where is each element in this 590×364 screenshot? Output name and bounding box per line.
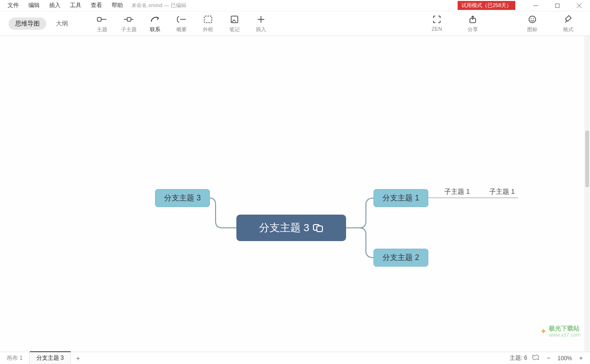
menu-edit[interactable]: 编辑 <box>24 0 44 11</box>
tab-mindmap[interactable]: 思维导图 <box>9 17 46 30</box>
tool-zen-label: ZEN <box>432 26 442 32</box>
zen-icon <box>433 14 441 25</box>
menu-help[interactable]: 帮助 <box>107 0 128 11</box>
tool-summary[interactable]: 概要 <box>168 14 195 33</box>
svg-point-16 <box>529 16 536 23</box>
topic-count: 主题: 6 <box>510 354 527 362</box>
tool-share-label: 分享 <box>468 26 478 33</box>
watermark-site: www.xz7.com <box>549 332 581 338</box>
topic-icon <box>97 14 107 25</box>
tool-note-label: 笔记 <box>229 26 240 33</box>
toolbar: 思维导图 大纲 主题 子主题 联系 概要 外框 笔记 插入 <box>0 11 590 36</box>
note-icon <box>230 14 239 25</box>
tool-group-main: 主题 子主题 联系 概要 外框 笔记 插入 <box>89 14 274 33</box>
relationship-icon <box>150 14 160 25</box>
menu-insert[interactable]: 插入 <box>44 0 65 11</box>
svg-rect-4 <box>97 17 101 21</box>
insert-icon <box>257 14 265 25</box>
tool-icons-label: 图标 <box>527 26 538 33</box>
tool-insert-label: 插入 <box>256 26 266 33</box>
map-overview-icon[interactable] <box>532 354 539 363</box>
tool-format-label: 格式 <box>563 26 573 33</box>
watermark: ✦ 极光下载站 www.xz7.com <box>540 325 581 338</box>
close-button[interactable] <box>568 0 590 11</box>
node-subtopic-1b[interactable]: 子主题 1 <box>489 188 515 196</box>
titlebar: 文件 编辑 插入 工具 查看 帮助 未命名.xmind — 已编辑 试用模式（已… <box>0 0 590 11</box>
svg-rect-21 <box>317 226 322 232</box>
node-branch-1[interactable]: 分支主题 1 <box>373 189 428 207</box>
tool-group-right: ZEN 分享 图标 格式 <box>424 14 581 33</box>
watermark-brand: 极光下载站 <box>549 325 581 332</box>
tool-boundary[interactable]: 外框 <box>195 14 221 33</box>
statusbar: 画布 1 分支主题 3 + 主题: 6 − 100% + <box>0 352 590 364</box>
window-controls <box>525 0 590 11</box>
tool-format[interactable]: 格式 <box>555 14 581 33</box>
summary-icon <box>176 14 187 25</box>
tool-topic-label: 主题 <box>97 26 107 33</box>
menu-bar: 文件 编辑 插入 工具 查看 帮助 <box>0 0 128 11</box>
node-subtopic-1a[interactable]: 子主题 1 <box>444 188 470 196</box>
menu-view[interactable]: 查看 <box>86 0 107 11</box>
node-branch-3-label: 分支主题 3 <box>164 193 200 203</box>
tool-share[interactable]: 分享 <box>460 14 486 33</box>
sheet-tab-2[interactable]: 分支主题 3 <box>30 351 71 364</box>
tool-summary-label: 概要 <box>176 26 187 33</box>
hyperlink-icon <box>313 223 323 233</box>
subtopic-icon <box>123 14 134 25</box>
svg-point-18 <box>533 18 534 19</box>
tool-subtopic[interactable]: 子主题 <box>115 14 142 33</box>
tab-outline[interactable]: 大纲 <box>49 17 75 30</box>
tool-note[interactable]: 笔记 <box>221 14 248 33</box>
zoom-level[interactable]: 100% <box>557 355 572 362</box>
smiley-icon <box>528 14 537 25</box>
subtopic-underline <box>428 198 518 198</box>
minimize-button[interactable] <box>525 0 547 11</box>
sheet-tab-1[interactable]: 画布 1 <box>0 352 30 364</box>
tool-zen[interactable]: ZEN <box>424 14 450 33</box>
maximize-button[interactable] <box>547 0 568 11</box>
format-icon <box>564 14 573 25</box>
node-branch-2[interactable]: 分支主题 2 <box>373 249 428 267</box>
svg-line-19 <box>565 20 567 23</box>
svg-point-17 <box>531 18 532 19</box>
node-central-label: 分支主题 3 <box>259 221 309 235</box>
node-branch-2-label: 分支主题 2 <box>382 253 419 263</box>
mindmap-canvas[interactable]: 分支主题 3 分支主题 3 分支主题 1 分支主题 2 子主题 1 子主题 1 … <box>0 36 590 352</box>
tool-icons[interactable]: 图标 <box>519 14 546 33</box>
add-sheet-button[interactable]: + <box>71 355 85 362</box>
tool-relationship-label: 联系 <box>150 26 160 33</box>
boundary-icon <box>203 14 213 25</box>
node-branch-1-label: 分支主题 1 <box>382 193 419 203</box>
watermark-logo-icon: ✦ <box>540 326 547 337</box>
node-branch-3[interactable]: 分支主题 3 <box>155 189 210 207</box>
zoom-out-button[interactable]: − <box>544 354 553 363</box>
zoom-in-button[interactable]: + <box>577 354 585 363</box>
svg-rect-10 <box>204 16 212 23</box>
svg-rect-1 <box>555 4 559 8</box>
view-toggle: 思维导图 大纲 <box>9 17 75 30</box>
tool-relationship[interactable]: 联系 <box>142 14 168 33</box>
menu-file[interactable]: 文件 <box>3 0 24 11</box>
trial-badge[interactable]: 试用模式（已258天） <box>458 1 515 10</box>
menu-tools[interactable]: 工具 <box>65 0 86 11</box>
node-central[interactable]: 分支主题 3 <box>236 215 346 241</box>
tool-subtopic-label: 子主题 <box>121 26 137 33</box>
scrollbar-thumb[interactable] <box>585 130 589 187</box>
document-title: 未命名.xmind — 已编辑 <box>128 2 186 9</box>
tool-topic[interactable]: 主题 <box>89 14 115 33</box>
tool-insert[interactable]: 插入 <box>248 14 274 33</box>
tool-boundary-label: 外框 <box>203 26 213 33</box>
svg-rect-7 <box>127 17 131 21</box>
vertical-scrollbar[interactable] <box>584 36 590 352</box>
share-icon <box>469 14 477 25</box>
